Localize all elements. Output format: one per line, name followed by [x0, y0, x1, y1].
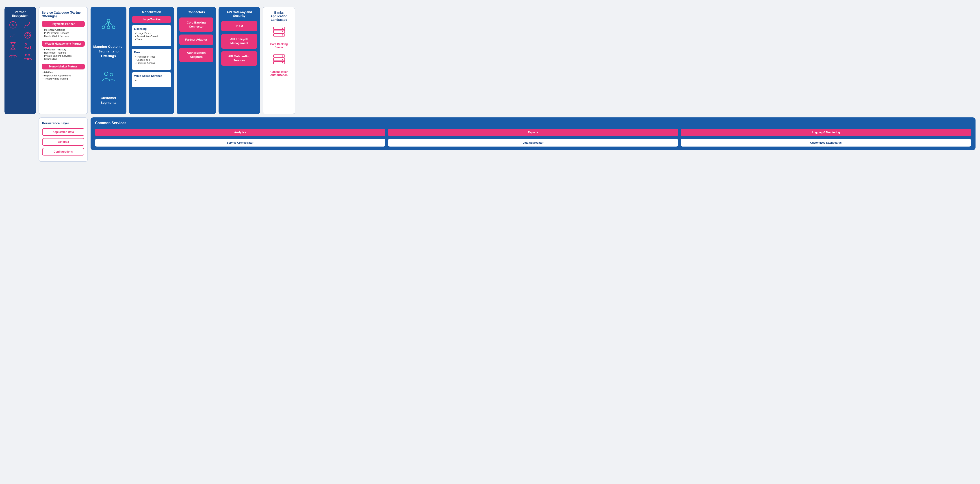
core-banking-server-icon	[272, 27, 286, 41]
licensing-item-1: Usage-Based	[135, 32, 169, 35]
svg-point-11	[107, 19, 110, 22]
svg-point-30	[282, 59, 283, 60]
idam-block: IDAM	[221, 21, 257, 32]
payments-partner-badge: Payments Partner	[42, 21, 85, 27]
network-icon	[101, 16, 116, 33]
connectors-panel: Connectors Core Banking Connector Partne…	[177, 7, 216, 114]
svg-point-29	[282, 56, 283, 57]
hourglass-icon	[10, 42, 16, 50]
wealth-item-1: Investment Advisory	[43, 48, 85, 51]
target-icon	[24, 32, 31, 39]
svg-point-19	[110, 73, 113, 76]
partner-ecosystem-title: Partner Ecosystem	[7, 10, 33, 17]
svg-rect-7	[29, 47, 29, 49]
logging-monitoring-badge: Logging & Monitoring	[681, 129, 971, 136]
money-market-list: MMDAs Repurchase Agreements Treasury Bil…	[42, 71, 85, 80]
svg-point-4	[27, 35, 28, 36]
svg-line-15	[103, 22, 108, 26]
fees-item-2: Usage Fees	[135, 58, 169, 61]
banks-application-title: Banks Application Landscape	[266, 11, 292, 22]
api-lifecycle-block: API Lifecycle Management	[221, 34, 257, 48]
money-item-1: MMDAs	[43, 71, 85, 74]
svg-point-25	[282, 35, 283, 36]
licensing-list: Usage-Based Subscription-Based Tiered	[134, 32, 169, 41]
group-icon	[23, 53, 32, 60]
api-onboarding-block: API Onboarding Services	[221, 51, 257, 66]
application-data-badge: Application Data	[42, 128, 84, 136]
wealth-partner-badge: Wealth Management Partner	[42, 41, 85, 47]
licensing-item-2: Subscription-Based	[135, 35, 169, 38]
wealth-item-2: Retirement Planning	[43, 51, 85, 54]
svg-point-14	[107, 26, 110, 29]
payments-item-2: P2P Payment Services	[43, 32, 85, 35]
main-layout: Partner Ecosystem $	[5, 7, 975, 114]
value-added-title: Value-Added Services	[134, 75, 169, 78]
svg-point-18	[105, 72, 108, 76]
svg-rect-8	[30, 46, 31, 49]
fees-card: Fees Transaction Fees Usage Fees Premium…	[132, 49, 171, 70]
svg-line-16	[108, 22, 114, 26]
service-catalogue-panel: Service Catalogue (Partner Offerings) Pa…	[38, 7, 88, 114]
svg-point-6	[25, 43, 27, 45]
value-added-list: • .....	[134, 79, 169, 82]
auth-server-label: Authentication Authorization	[266, 70, 292, 77]
fees-list: Transaction Fees Usage Fees Premium Acce…	[134, 55, 169, 65]
payments-partner-list: Merchant Acquiring P2P Payment Services …	[42, 28, 85, 38]
trend-icon	[9, 32, 17, 39]
persistence-layer-title: Persistence Layer	[42, 121, 84, 125]
fees-title: Fees	[134, 51, 169, 54]
chart-icon	[24, 21, 31, 29]
svg-point-23	[282, 28, 283, 29]
wealth-item-4: Onboarding	[43, 57, 85, 60]
customized-dashboards-badge: Customized Dashboards	[681, 139, 971, 146]
data-aggregator-badge: Data Aggregator	[388, 139, 678, 146]
value-added-card: Value-Added Services • .....	[132, 72, 171, 87]
money-icon: $	[9, 21, 17, 29]
banks-application-panel: Banks Application Landscape Core Banking…	[263, 7, 295, 114]
mapping-panel: Mapping Customer Segments to Offerings C…	[91, 7, 126, 114]
reports-badge: Reports	[388, 129, 678, 136]
core-banking-server-label: Core Banking Server	[266, 43, 292, 49]
api-gateway-title: API Gateway and Security	[221, 10, 257, 17]
money-market-badge: Money Market Partner	[42, 63, 85, 70]
svg-text:$: $	[12, 23, 14, 27]
licensing-title: Licensing	[134, 27, 169, 30]
people-icon	[101, 70, 116, 84]
person-chart-icon	[24, 42, 32, 50]
payments-item-3: Mobile Wallet Services	[43, 35, 85, 38]
configurations-badge: Configurations	[42, 148, 84, 156]
payments-item-1: Merchant Acquiring	[43, 28, 85, 32]
common-services-grid: Analytics Reports Logging & Monitoring S…	[95, 129, 971, 146]
money-item-3: Treasury Bills Trading	[43, 77, 85, 80]
svg-point-10	[28, 54, 30, 56]
common-services-title: Common Services	[95, 121, 971, 125]
wealth-item-3: Private Banking Services	[43, 54, 85, 57]
handshake-icon	[9, 53, 17, 60]
wealth-partner-list: Investment Advisory Retirement Planning …	[42, 48, 85, 60]
partner-icon-grid: $	[7, 21, 33, 60]
mapping-subtitle: Customer Segments	[93, 95, 124, 105]
mapping-title: Mapping Customer Segments to Offerings	[93, 44, 124, 58]
service-orchestrator-badge: Service Orchestrator	[95, 139, 385, 146]
partner-ecosystem-panel: Partner Ecosystem $	[5, 7, 36, 114]
fees-item-1: Transaction Fees	[135, 55, 169, 58]
svg-point-24	[282, 31, 283, 32]
partner-adaptor-block: Partner Adaptor	[179, 35, 213, 45]
monetization-panel: Monetization Usage Tracking Licensing Us…	[129, 7, 174, 114]
bottom-layout: Persistence Layer Application Data Sandb…	[5, 117, 975, 162]
fees-item-3: Premium Access	[135, 61, 169, 65]
usage-tracking-badge: Usage Tracking	[132, 16, 171, 23]
money-item-2: Repurchase Agreements	[43, 74, 85, 77]
svg-point-9	[25, 54, 27, 56]
persistence-layer-panel: Persistence Layer Application Data Sandb…	[38, 117, 88, 162]
connectors-title: Connectors	[179, 10, 213, 14]
monetization-title: Monetization	[132, 10, 171, 14]
svg-point-12	[102, 26, 105, 29]
svg-point-31	[282, 62, 283, 63]
value-added-item-1: • .....	[135, 79, 169, 82]
authorization-adaptors-block: Authorization Adaptors	[179, 48, 213, 62]
service-catalogue-title: Service Catalogue (Partner Offerings)	[42, 11, 85, 18]
core-banking-connector-block: Core Banking Connector	[179, 17, 213, 32]
analytics-badge: Analytics	[95, 129, 385, 136]
licensing-card: Licensing Usage-Based Subscription-Based…	[132, 25, 171, 46]
